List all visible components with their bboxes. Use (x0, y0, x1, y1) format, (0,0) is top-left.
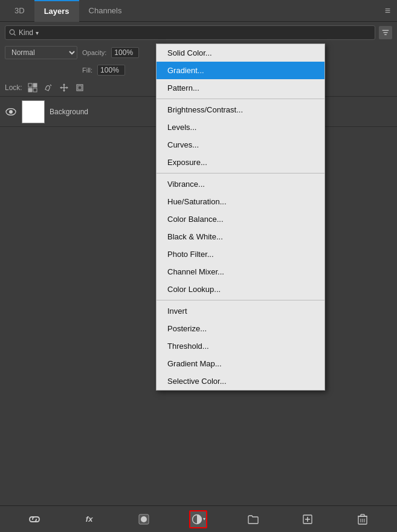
panel-menu-icon[interactable]: ≡ (385, 5, 391, 16)
menu-item-channel-mixer[interactable]: Channel Mixer... (157, 263, 324, 281)
menu-item-curves[interactable]: Curves... (157, 136, 324, 154)
menu-item-solid-color[interactable]: Solid Color... (157, 44, 324, 62)
menu-item-posterize[interactable]: Posterize... (157, 320, 324, 337)
filter-icon-button[interactable] (379, 26, 392, 39)
lock-label: Lock: (5, 83, 22, 92)
opacity-label: Opacity: (82, 49, 106, 56)
svg-rect-2 (382, 30, 389, 31)
tab-3d[interactable]: 3D (5, 0, 34, 22)
new-layer-icon (303, 514, 312, 524)
adjustment-dropdown-arrow: ▾ (203, 516, 205, 522)
svg-rect-7 (28, 88, 32, 92)
adjustment-layer-button[interactable]: ▾ (189, 510, 207, 528)
svg-point-19 (9, 110, 13, 114)
blend-mode-dropdown[interactable]: Normal (5, 46, 77, 59)
menu-item-invert[interactable]: Invert (157, 302, 324, 320)
fx-label: fx (86, 514, 93, 524)
folder-icon (248, 514, 259, 524)
svg-rect-8 (33, 88, 37, 92)
kind-dropdown-arrow[interactable]: ▾ (36, 30, 39, 36)
svg-rect-6 (33, 83, 37, 87)
tab-channels[interactable]: Channels (79, 0, 132, 22)
menu-item-levels[interactable]: Levels... (157, 118, 324, 136)
menu-divider-3 (157, 300, 324, 300)
new-layer-button[interactable] (299, 510, 317, 528)
mask-icon (138, 514, 149, 525)
search-input-wrapper[interactable]: Kind ▾ (5, 25, 375, 40)
link-icon (29, 515, 40, 524)
tab-layers[interactable]: Layers (34, 0, 79, 22)
menu-item-gradient-map[interactable]: Gradient Map... (157, 355, 324, 372)
menu-item-vibrance[interactable]: Vibrance... (157, 175, 324, 193)
menu-item-color-lookup[interactable]: Color Lookup... (157, 281, 324, 298)
svg-point-21 (141, 516, 147, 522)
menu-divider-2 (157, 173, 324, 174)
svg-rect-3 (384, 32, 388, 33)
menu-item-brightness-contrast[interactable]: Brightness/Contrast... (157, 101, 324, 118)
tab-bar: 3D Layers Channels ≡ (0, 0, 397, 22)
menu-item-black-white[interactable]: Black & White... (157, 228, 324, 245)
svg-marker-13 (63, 90, 65, 92)
menu-item-exposure[interactable]: Exposure... (157, 154, 324, 171)
mask-button[interactable] (135, 510, 153, 528)
menu-item-pattern[interactable]: Pattern... (157, 79, 324, 97)
lock-move-icon[interactable] (59, 82, 69, 93)
menu-item-color-balance[interactable]: Color Balance... (157, 210, 324, 228)
svg-marker-12 (63, 83, 65, 85)
bottom-toolbar: fx ▾ (0, 505, 397, 532)
delete-layer-button[interactable] (353, 510, 372, 528)
menu-item-photo-filter[interactable]: Photo Filter... (157, 245, 324, 263)
menu-item-hue-saturation[interactable]: Hue/Saturation... (157, 193, 324, 210)
adjustment-icon (192, 514, 202, 525)
opacity-input[interactable] (111, 47, 139, 58)
filter-icon (381, 28, 390, 37)
new-group-button[interactable] (244, 510, 262, 528)
svg-line-1 (14, 34, 16, 36)
svg-rect-4 (384, 34, 387, 35)
fill-input[interactable] (97, 65, 125, 76)
svg-marker-15 (66, 86, 68, 89)
menu-item-threshold[interactable]: Threshold... (157, 337, 324, 355)
svg-rect-5 (28, 83, 32, 87)
svg-marker-14 (60, 86, 62, 89)
menu-item-gradient[interactable]: Gradient... (157, 62, 324, 79)
link-layers-button[interactable] (25, 510, 44, 528)
trash-icon (358, 514, 367, 525)
lock-paint-icon[interactable] (43, 82, 54, 93)
svg-rect-17 (78, 86, 82, 89)
svg-point-0 (10, 30, 15, 34)
kind-label: Kind (19, 28, 33, 37)
adjustment-dropdown-menu: Solid Color... Gradient... Pattern... Br… (156, 44, 325, 391)
svg-line-9 (50, 85, 51, 86)
search-bar: Kind ▾ (0, 22, 397, 44)
menu-divider-1 (157, 99, 324, 99)
fx-button[interactable]: fx (80, 510, 98, 528)
lock-transparency-icon[interactable] (27, 82, 38, 93)
lock-artboard-icon[interactable] (74, 82, 85, 93)
menu-item-selective-color[interactable]: Selective Color... (157, 372, 324, 390)
visibility-icon[interactable] (5, 106, 17, 118)
search-icon (9, 29, 16, 36)
layer-thumbnail (22, 100, 45, 123)
fill-label: Fill: (82, 66, 92, 74)
